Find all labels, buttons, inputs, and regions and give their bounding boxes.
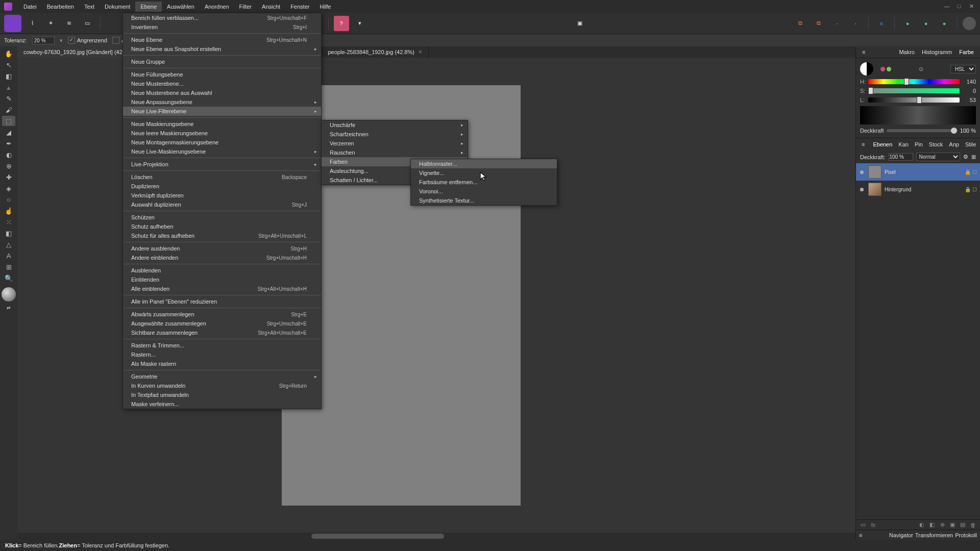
- menu-item[interactable]: Neue Gruppe: [123, 57, 321, 66]
- color-picker-icon[interactable]: ◧: [2, 71, 15, 81]
- menu-text[interactable]: Text: [79, 2, 100, 12]
- hand-tool-icon[interactable]: ✋: [2, 48, 15, 59]
- panel-tab[interactable]: Farbe: [956, 47, 977, 57]
- menu-fenster[interactable]: Fenster: [285, 2, 314, 12]
- folder-icon[interactable]: ▣: [948, 521, 957, 528]
- menu-item[interactable]: Neue EbeneStrg+Umschalt+N: [123, 35, 321, 44]
- menu-item[interactable]: Neue Füllungsebene: [123, 70, 321, 79]
- layer-row[interactable]: ⏺Pixel🔒 ☐: [856, 163, 980, 181]
- panel-tab[interactable]: Stile: [963, 140, 978, 148]
- panel-tab[interactable]: Anp: [946, 140, 962, 148]
- align-icon[interactable]: ≡: [874, 16, 889, 31]
- smudge-tool-icon[interactable]: ☝: [2, 206, 15, 216]
- menu-item[interactable]: Synthetisierte Textur...: [411, 196, 557, 205]
- panel-tab[interactable]: Kan: [896, 140, 911, 148]
- recent-colors[interactable]: [880, 67, 891, 71]
- persona-export-icon[interactable]: ▭: [80, 16, 95, 31]
- menu-item[interactable]: Rastern...: [123, 350, 321, 359]
- layer-opacity-input[interactable]: [889, 153, 913, 161]
- dodge-tool-icon[interactable]: ◐: [2, 149, 15, 160]
- panel-tab[interactable]: Makro: [896, 47, 918, 57]
- menu-item[interactable]: Rastern & Trimmen...: [123, 341, 321, 350]
- menu-ebene[interactable]: Ebene: [135, 2, 162, 12]
- heal-tool-icon[interactable]: ✚: [2, 172, 15, 182]
- menu-item[interactable]: Neue Musterebene...: [123, 79, 321, 88]
- panel-tab[interactable]: Navigator: [889, 532, 913, 538]
- add-layer-icon[interactable]: ▤: [959, 521, 967, 528]
- layer-row[interactable]: ⏺Hintergrund🔒 ☐: [856, 181, 980, 198]
- eyedropper-icon[interactable]: ⊙: [919, 66, 923, 72]
- menu-item[interactable]: Schutz aufheben: [123, 222, 321, 231]
- menu-item[interactable]: Voronoi...: [411, 187, 557, 196]
- menu-item[interactable]: Sichtbare zusammenlegenStrg+Alt+Umschalt…: [123, 328, 321, 337]
- brush-tool-icon[interactable]: 🖌: [2, 105, 15, 115]
- color-mode-select[interactable]: HSL: [950, 65, 976, 73]
- zoom-tool-icon[interactable]: 🔍: [2, 273, 15, 283]
- lock-icon[interactable]: 🔒 ☐: [965, 169, 977, 175]
- scrollbar-thumb[interactable]: [311, 534, 444, 539]
- menu-item[interactable]: Vignette...: [411, 168, 557, 178]
- menu-item[interactable]: Rauschen: [322, 148, 468, 157]
- help-icon[interactable]: ?: [334, 16, 349, 31]
- menu-dokument[interactable]: Dokument: [100, 2, 135, 12]
- panel-tab[interactable]: Stock: [926, 140, 946, 148]
- menu-item[interactable]: Neue Maskierungsebene: [123, 119, 321, 129]
- dropdown-icon[interactable]: ▾: [352, 16, 368, 31]
- patch-tool-icon[interactable]: ◈: [2, 183, 15, 193]
- snapshot-icon[interactable]: ▣: [572, 16, 587, 31]
- account-avatar[interactable]: [963, 17, 976, 30]
- menu-item[interactable]: Live-Projektion: [123, 160, 321, 169]
- menu-item[interactable]: Alle einblendenStrg+Alt+Umschalt+H: [123, 284, 321, 293]
- swap-colors-icon[interactable]: ⇄: [2, 303, 15, 313]
- menu-item[interactable]: Neue Live-Filterebene: [123, 107, 321, 116]
- menu-item[interactable]: InvertierenStrg+I: [123, 22, 321, 32]
- menu-filter[interactable]: Filter: [234, 2, 257, 12]
- menu-item[interactable]: Verzerren: [322, 139, 468, 148]
- btn-icon[interactable]: ·: [848, 16, 863, 31]
- group-icon[interactable]: ⧉: [793, 16, 808, 31]
- move-tool-icon[interactable]: ↖: [2, 60, 15, 70]
- color-swatch[interactable]: [2, 287, 16, 302]
- menu-item[interactable]: Geometrie: [123, 372, 321, 381]
- circle1-icon[interactable]: ●: [900, 16, 915, 31]
- menu-item[interactable]: Scharfzeichnen: [322, 130, 468, 139]
- colors-submenu[interactable]: Halbtonraster...Vignette...Farbsäume ent…: [410, 159, 557, 206]
- fill-tool-icon[interactable]: ⬚: [2, 116, 15, 126]
- menu-datei[interactable]: Datei: [18, 2, 42, 12]
- circle2-icon[interactable]: ●: [918, 16, 934, 31]
- menu-item[interactable]: Neue Anpassungsebene: [123, 97, 321, 107]
- fx-icon[interactable]: fx: [869, 522, 877, 528]
- menu-item[interactable]: Ausblenden: [123, 266, 321, 275]
- panel-tab[interactable]: Histogramm: [919, 47, 955, 57]
- btn-icon[interactable]: ·: [829, 16, 845, 31]
- sat-slider[interactable]: [868, 88, 960, 93]
- menu-item[interactable]: LöschenBackspace: [123, 172, 321, 182]
- menu-item[interactable]: Auswahl duplizierenStrg+J: [123, 200, 321, 209]
- ungroup-icon[interactable]: ⧉: [811, 16, 826, 31]
- gradient-tool-icon[interactable]: ◢: [2, 127, 15, 137]
- menu-item[interactable]: Bereich füllen verblassen...Strg+Umschal…: [123, 13, 321, 22]
- color-wheel[interactable]: [860, 62, 873, 76]
- lock-icon[interactable]: 🔒 ☐: [965, 187, 977, 192]
- panel-menu-icon[interactable]: ≡: [859, 47, 868, 57]
- pen-tool-icon[interactable]: ✒: [2, 138, 15, 148]
- menu-ansicht[interactable]: Ansicht: [257, 2, 285, 12]
- panel-tab[interactable]: Pin: [912, 140, 925, 148]
- minimize-icon[interactable]: —: [942, 3, 951, 10]
- menu-hilfe[interactable]: Hilfe: [314, 2, 336, 12]
- hue-slider[interactable]: [868, 79, 960, 84]
- document-tab[interactable]: people-2583848_1920.jpg (42.8%)×: [322, 46, 429, 58]
- menu-item[interactable]: Neue Live-Maskierungsebene: [123, 147, 321, 156]
- panel-tab[interactable]: Transformieren: [915, 532, 953, 538]
- horizontal-scrollbar[interactable]: [17, 533, 855, 540]
- grid-icon[interactable]: ⊞: [971, 154, 976, 160]
- menu-item[interactable]: Verknüpft duplizieren: [123, 191, 321, 200]
- menu-item[interactable]: Neue Ebene aus Snapshot erstellen: [123, 44, 321, 54]
- persona-liquify-icon[interactable]: ⌇: [24, 16, 40, 31]
- menu-item[interactable]: Schützen: [123, 213, 321, 222]
- menu-item[interactable]: Einblenden: [123, 275, 321, 284]
- panel-tab[interactable]: Ebenen: [870, 140, 895, 148]
- persona-photo-icon[interactable]: [4, 15, 21, 32]
- menu-item[interactable]: Abwärts zusammenlegenStrg+E: [123, 310, 321, 319]
- panel-tab[interactable]: Protokoll: [955, 532, 977, 538]
